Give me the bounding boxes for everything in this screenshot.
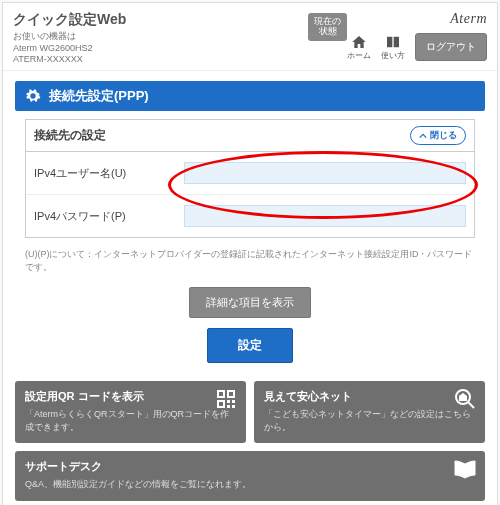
ipv4-pass-input[interactable] (184, 205, 466, 227)
show-details-button[interactable]: 詳細な項目を表示 (189, 287, 311, 318)
chevron-up-icon (419, 132, 427, 140)
page-title-bar: 接続先設定(PPP) (15, 81, 485, 111)
logout-button[interactable]: ログアウト (415, 33, 487, 61)
book-icon (384, 34, 402, 50)
safety-card[interactable]: 見えて安心ネット 「こども安心ネットタイマー」などの設定はこちらから。 (254, 381, 485, 443)
app-title: クイック設定Web (13, 11, 302, 29)
magnifier-home-icon (453, 387, 477, 413)
safety-card-title: 見えて安心ネット (264, 389, 475, 404)
support-card[interactable]: サポートデスク Q&A、機能別設定ガイドなどの情報をご覧になれます。 (15, 451, 485, 501)
support-card-title: サポートデスク (25, 459, 475, 474)
gear-icon (25, 88, 41, 104)
open-book-icon (453, 457, 477, 483)
panel-title: 接続先の設定 (34, 127, 106, 144)
safety-card-desc: 「こども安心ネットタイマー」などの設定はこちらから。 (264, 408, 475, 433)
ipv4-pass-label: IPv4パスワード(P) (34, 209, 184, 224)
device-label: お使いの機器は (13, 31, 302, 43)
device-serial: ATERM-XXXXXX (13, 54, 302, 66)
ipv4-user-input[interactable] (184, 162, 466, 184)
device-model: Aterm WG2600HS2 (13, 43, 302, 55)
page-title: 接続先設定(PPP) (49, 87, 149, 105)
brand-logo: Aterm (450, 11, 487, 27)
form-note: (U)(P)について：インターネットプロバイダーの登録証に記載されたインターネッ… (25, 248, 475, 273)
qr-card-desc: 「AtermらくらくQRスタート」用のQRコードを作成できます。 (25, 408, 236, 433)
qr-card[interactable]: 設定用QR コードを表示 「AtermらくらくQRスタート」用のQRコードを作成… (15, 381, 246, 443)
usage-link[interactable]: 使い方 (381, 34, 405, 61)
connection-settings-panel: 接続先の設定 閉じる IPv4ユーザー名(U) IPv4パスワード(P) (25, 119, 475, 238)
apply-button[interactable]: 設定 (207, 328, 293, 363)
qr-card-title: 設定用QR コードを表示 (25, 389, 236, 404)
top-bar: クイック設定Web お使いの機器は Aterm WG2600HS2 ATERM-… (3, 3, 497, 71)
current-status-button[interactable]: 現在の 状態 (308, 13, 347, 41)
home-icon (350, 34, 368, 50)
ipv4-user-label: IPv4ユーザー名(U) (34, 166, 184, 181)
support-card-desc: Q&A、機能別設定ガイドなどの情報をご覧になれます。 (25, 478, 475, 491)
collapse-button[interactable]: 閉じる (410, 126, 466, 145)
home-link[interactable]: ホーム (347, 34, 371, 61)
qr-icon (214, 387, 238, 413)
